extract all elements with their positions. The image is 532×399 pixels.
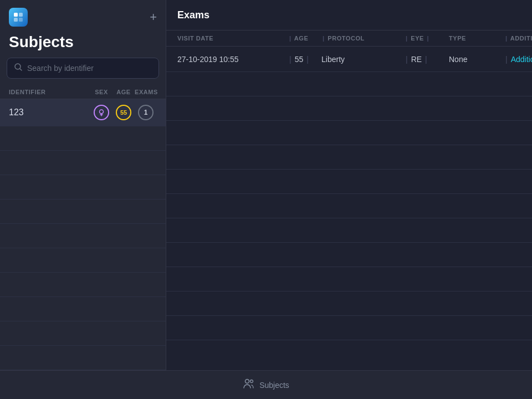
col-additional-header: | ADDITION... — [504, 35, 532, 42]
empty-row — [0, 321, 166, 346]
svg-rect-3 — [19, 18, 23, 22]
left-panel: + Subjects IDENTIFIER SEX AGE EXAMS 123 — [0, 0, 166, 370]
empty-row — [166, 218, 532, 243]
col-identifier-header: IDENTIFIER — [9, 89, 90, 95]
col-age-header: AGE — [112, 89, 135, 95]
age-badge: 55 — [116, 105, 131, 120]
search-icon — [14, 63, 23, 74]
sex-badge — [94, 105, 109, 120]
right-panel: Exams + VISIT DATE | AGE | PROTOCOL | EY… — [166, 0, 532, 370]
exam-visit-date: 27-10-2019 10:55 — [177, 55, 288, 64]
empty-row — [166, 170, 532, 194]
subject-list: 123 55 1 — [0, 99, 166, 370]
exam-protocol: Liberty — [321, 55, 405, 64]
table-row[interactable]: 123 55 1 — [0, 99, 166, 126]
col-eye-header: | EYE | — [405, 35, 449, 42]
exams-table-header: VISIT DATE | AGE | PROTOCOL | EYE | TYPE… — [166, 30, 532, 47]
search-input[interactable] — [27, 64, 152, 73]
empty-row — [0, 175, 166, 200]
empty-row — [0, 248, 166, 273]
exam-age: | 55 | — [288, 55, 321, 64]
empty-row — [166, 72, 532, 96]
empty-row — [166, 194, 532, 218]
people-icon — [243, 377, 255, 392]
empty-row — [0, 151, 166, 175]
empty-row — [0, 346, 166, 370]
empty-row — [0, 126, 166, 151]
empty-row — [166, 267, 532, 291]
exams-title: Exams — [177, 9, 209, 21]
empty-row — [166, 96, 532, 121]
add-subject-button[interactable]: + — [150, 11, 157, 23]
svg-point-6 — [100, 110, 104, 114]
col-visit-date-header: VISIT DATE — [177, 35, 288, 42]
exams-badge: 1 — [138, 105, 154, 120]
empty-row — [166, 145, 532, 170]
empty-row — [0, 224, 166, 248]
col-type-header: TYPE — [449, 35, 504, 42]
app-icon — [9, 8, 28, 27]
col-age-header: | AGE — [288, 35, 321, 42]
svg-point-10 — [250, 380, 253, 383]
svg-rect-2 — [14, 18, 18, 22]
empty-exam-area — [166, 72, 532, 370]
exam-additional: | Additional — [504, 55, 532, 64]
exam-type: None — [449, 55, 504, 64]
subjects-title: Subjects — [0, 31, 166, 58]
empty-row — [0, 297, 166, 321]
svg-point-9 — [245, 380, 249, 383]
subjects-table-header: IDENTIFIER SEX AGE EXAMS — [0, 85, 166, 99]
bottom-nav-label: Subjects — [259, 381, 289, 390]
subject-identifier: 123 — [9, 108, 90, 117]
left-header: + — [0, 0, 166, 31]
exam-eye: | RE | — [405, 55, 449, 64]
search-bar[interactable] — [7, 58, 159, 79]
exam-row: 27-10-2019 10:55 | 55 | Liberty | RE | N… — [166, 47, 532, 72]
empty-row — [166, 316, 532, 340]
svg-line-5 — [20, 69, 22, 70]
svg-rect-1 — [19, 13, 23, 17]
bottom-nav: Subjects — [0, 370, 532, 399]
svg-rect-0 — [14, 13, 18, 17]
col-exams-header: EXAMS — [135, 89, 157, 95]
col-sex-header: SEX — [90, 89, 112, 95]
empty-row — [166, 243, 532, 267]
col-protocol-header: | PROTOCOL — [321, 35, 405, 42]
empty-row — [166, 291, 532, 316]
empty-row — [0, 200, 166, 224]
empty-row — [0, 273, 166, 297]
empty-row — [166, 121, 532, 145]
right-header: Exams + — [166, 0, 532, 30]
